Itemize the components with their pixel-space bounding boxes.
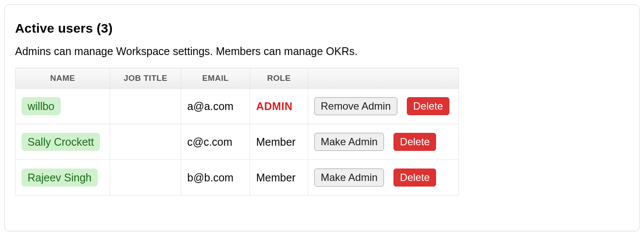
active-users-card: Active users (3) Admins can manage Works… xyxy=(4,4,640,231)
make-admin-button[interactable]: Make Admin xyxy=(314,169,384,187)
user-name-chip[interactable]: willbo xyxy=(22,97,61,115)
cell-role: Member xyxy=(250,124,308,160)
active-users-table: NAME JOB TITLE EMAIL ROLE willboa@a.comA… xyxy=(15,68,459,196)
cell-name: Rajeev Singh xyxy=(15,160,110,196)
user-name-chip[interactable]: Sally Crockett xyxy=(22,133,100,151)
col-email: EMAIL xyxy=(181,68,250,89)
table-row: Sally Crockettc@c.comMemberMake AdminDel… xyxy=(15,124,459,160)
cell-email: c@c.com xyxy=(181,124,250,160)
col-role: ROLE xyxy=(250,68,308,89)
user-name-chip[interactable]: Rajeev Singh xyxy=(22,169,98,187)
cell-job-title xyxy=(110,124,181,160)
card-subtitle: Admins can manage Workspace settings. Me… xyxy=(15,45,629,58)
cell-role: Member xyxy=(250,160,308,196)
role-badge-admin: ADMIN xyxy=(256,100,292,112)
cell-name: willbo xyxy=(15,89,110,124)
title-text: Active users xyxy=(15,21,93,35)
cell-role: ADMIN xyxy=(250,89,308,124)
cell-actions: Make AdminDelete xyxy=(308,160,459,196)
cell-job-title xyxy=(110,89,181,124)
table-row: willboa@a.comADMINRemove AdminDelete xyxy=(15,89,459,124)
user-count: 3 xyxy=(101,21,108,35)
delete-user-button[interactable]: Delete xyxy=(407,97,449,115)
cell-email: a@a.com xyxy=(181,89,250,124)
cell-job-title xyxy=(110,160,181,196)
cell-email: b@b.com xyxy=(181,160,250,196)
col-actions xyxy=(308,68,459,89)
role-badge-member: Member xyxy=(256,172,296,184)
cell-name: Sally Crockett xyxy=(15,124,110,160)
cell-actions: Remove AdminDelete xyxy=(308,89,459,124)
col-name: NAME xyxy=(15,68,110,89)
table-row: Rajeev Singhb@b.comMemberMake AdminDelet… xyxy=(15,160,459,196)
card-title: Active users (3) xyxy=(15,21,629,36)
role-badge-member: Member xyxy=(256,136,296,148)
delete-user-button[interactable]: Delete xyxy=(393,169,436,187)
col-jobtitle: JOB TITLE xyxy=(110,68,181,89)
make-admin-button[interactable]: Make Admin xyxy=(314,133,384,151)
delete-user-button[interactable]: Delete xyxy=(393,133,436,151)
cell-actions: Make AdminDelete xyxy=(308,124,459,160)
table-header-row: NAME JOB TITLE EMAIL ROLE xyxy=(15,68,459,89)
remove-admin-button[interactable]: Remove Admin xyxy=(314,97,397,115)
